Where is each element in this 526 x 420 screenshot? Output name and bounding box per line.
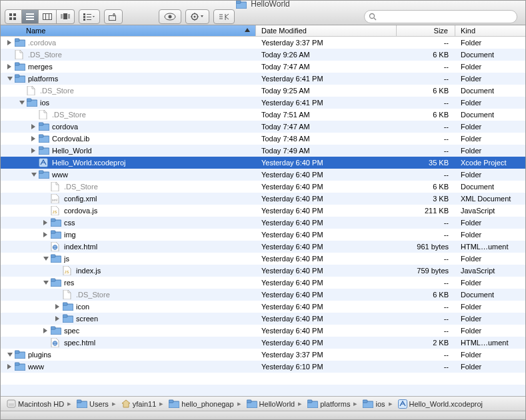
disclosure-triangle-icon[interactable]: [7, 76, 13, 82]
header-size[interactable]: Size: [397, 25, 455, 36]
svg-rect-49: [39, 147, 43, 149]
file-row[interactable]: pluginsYesterday 3:37 PM--Folder: [1, 349, 525, 361]
file-row[interactable]: specYesterday 6:40 PM--Folder: [1, 325, 525, 337]
header-kind[interactable]: Kind: [455, 25, 525, 36]
svg-rect-37: [15, 39, 19, 41]
file-size: --: [397, 123, 455, 131]
arrange-button[interactable]: [79, 9, 100, 24]
file-row[interactable]: iconYesterday 6:40 PM--Folder: [1, 301, 525, 313]
search-field[interactable]: [364, 10, 517, 23]
file-row[interactable]: .DS_StoreYesterday 6:40 PM6 KBDocument: [1, 181, 525, 193]
file-row[interactable]: cordovaToday 7:47 AM--Folder: [1, 121, 525, 133]
path-crumb[interactable]: HelloWorld: [245, 399, 295, 408]
file-row[interactable]: wwwYesterday 6:10 PM--Folder: [1, 361, 525, 373]
disclosure-triangle-icon[interactable]: [7, 64, 13, 70]
file-row[interactable]: .DS_StoreToday 9:25 AM6 KBDocument: [1, 85, 525, 97]
file-row[interactable]: Hello_World.xcodeprojYesterday 6:40 PM35…: [1, 157, 525, 169]
folder-icon: [51, 326, 61, 335]
svg-rect-5: [13, 17, 16, 20]
svg-rect-67: [51, 279, 55, 281]
hide-sidebar-button[interactable]: [213, 9, 235, 24]
disclosure-triangle-icon[interactable]: [31, 172, 37, 178]
share-button[interactable]: [104, 9, 123, 24]
disclosure-triangle-icon[interactable]: [55, 304, 61, 310]
file-row[interactable]: wwwYesterday 6:40 PM--Folder: [1, 169, 525, 181]
file-name: index.html: [64, 243, 97, 251]
folder-icon: [15, 38, 25, 47]
file-row[interactable]: iosYesterday 6:41 PM--Folder: [1, 97, 525, 109]
path-crumb[interactable]: ios: [361, 399, 385, 408]
file-row[interactable]: mergesToday 7:47 AM--Folder: [1, 61, 525, 73]
header-date-modified[interactable]: Date Modified: [256, 25, 397, 36]
folder-icon: [236, 0, 247, 9]
svg-text:JS: JS: [64, 270, 69, 274]
file-row[interactable]: index.htmlYesterday 6:40 PM961 bytesHTML…: [1, 241, 525, 253]
file-row[interactable]: imgYesterday 6:40 PM--Folder: [1, 229, 525, 241]
file-kind: Folder: [455, 39, 525, 47]
file-row[interactable]: JSindex.jsYesterday 6:40 PM759 bytesJava…: [1, 265, 525, 277]
disclosure-triangle-icon[interactable]: [31, 136, 37, 142]
disclosure-triangle-icon[interactable]: [55, 316, 61, 322]
header-name[interactable]: Name: [1, 25, 256, 36]
file-row[interactable]: cssYesterday 6:40 PM--Folder: [1, 217, 525, 229]
disclosure-triangle-icon[interactable]: [31, 124, 37, 130]
svg-rect-6: [26, 13, 34, 15]
path-crumb-label: Macintosh HD: [18, 400, 64, 408]
path-crumb[interactable]: yfain11: [119, 399, 156, 408]
file-name: img: [64, 231, 76, 239]
path-crumb[interactable]: platforms: [305, 399, 350, 408]
disclosure-triangle-icon[interactable]: [7, 40, 13, 46]
file-row[interactable]: Hello_WorldToday 7:49 AM--Folder: [1, 145, 525, 157]
file-row[interactable]: jsYesterday 6:40 PM--Folder: [1, 253, 525, 265]
file-row[interactable]: xmlconfig.xmlYesterday 6:40 PM3 KBXML Do…: [1, 193, 525, 205]
file-row[interactable]: CordovaLibToday 7:48 AM--Folder: [1, 133, 525, 145]
path-crumb[interactable]: Users: [75, 399, 109, 408]
chevron-right-icon: ▸: [112, 399, 116, 408]
svg-rect-39: [15, 63, 19, 65]
file-size: 6 KB: [397, 51, 455, 59]
path-crumb[interactable]: Macintosh HD: [5, 399, 64, 408]
disclosure-triangle-icon[interactable]: [43, 328, 49, 334]
folder-icon: [247, 399, 257, 408]
file-name: index.js: [76, 267, 101, 275]
file-row[interactable]: .DS_StoreToday 9:26 AM6 KBDocument: [1, 49, 525, 61]
column-view-button[interactable]: [39, 9, 57, 24]
file-row[interactable]: .DS_StoreYesterday 6:40 PM6 KBDocument: [1, 289, 525, 301]
icon-view-button[interactable]: [5, 9, 22, 24]
path-crumb[interactable]: hello_phonegap: [167, 399, 233, 408]
file-size: --: [397, 219, 455, 227]
folder-icon: [15, 362, 25, 371]
file-row[interactable]: screenYesterday 6:40 PM--Folder: [1, 313, 525, 325]
disclosure-triangle-icon[interactable]: [43, 256, 49, 262]
path-crumb-label: hello_phonegap: [181, 400, 233, 408]
path-crumb[interactable]: Hello_World.xcodeproj: [396, 399, 483, 409]
file-list[interactable]: .cordovaYesterday 3:37 PM--Folder.DS_Sto…: [1, 37, 525, 396]
svg-rect-15: [83, 13, 85, 15]
action-button[interactable]: [185, 9, 209, 24]
file-name: www: [52, 171, 68, 179]
disclosure-triangle-icon[interactable]: [31, 148, 37, 154]
quicklook-button[interactable]: [159, 9, 181, 24]
file-kind: JavaScript: [455, 267, 525, 275]
disclosure-triangle-icon[interactable]: [7, 352, 13, 358]
svg-rect-92: [363, 400, 367, 403]
file-row[interactable]: platformsYesterday 6:41 PM--Folder: [1, 73, 525, 85]
file-date: Yesterday 6:40 PM: [256, 255, 397, 263]
file-row[interactable]: .cordovaYesterday 3:37 PM--Folder: [1, 37, 525, 49]
disclosure-triangle-icon[interactable]: [43, 220, 49, 226]
file-row[interactable]: resYesterday 6:40 PM--Folder: [1, 277, 525, 289]
file-size: 3 KB: [397, 195, 455, 203]
file-row[interactable]: spec.htmlYesterday 6:40 PM2 KBHTML…ument: [1, 337, 525, 349]
coverflow-view-button[interactable]: [57, 9, 75, 24]
file-size: 211 KB: [397, 207, 455, 215]
file-row[interactable]: .DS_StoreToday 7:51 AM6 KBDocument: [1, 109, 525, 121]
disclosure-triangle-icon[interactable]: [7, 364, 13, 370]
disclosure-triangle-icon[interactable]: [43, 232, 49, 238]
disclosure-triangle-icon[interactable]: [43, 280, 49, 286]
search-input[interactable]: [377, 13, 513, 21]
file-name: .DS_Store: [76, 291, 110, 299]
disclosure-triangle-icon[interactable]: [19, 100, 25, 106]
list-view-button[interactable]: [22, 9, 39, 24]
file-row[interactable]: JScordova.jsYesterday 6:40 PM211 KBJavaS…: [1, 205, 525, 217]
file-date: Today 9:25 AM: [256, 87, 397, 95]
